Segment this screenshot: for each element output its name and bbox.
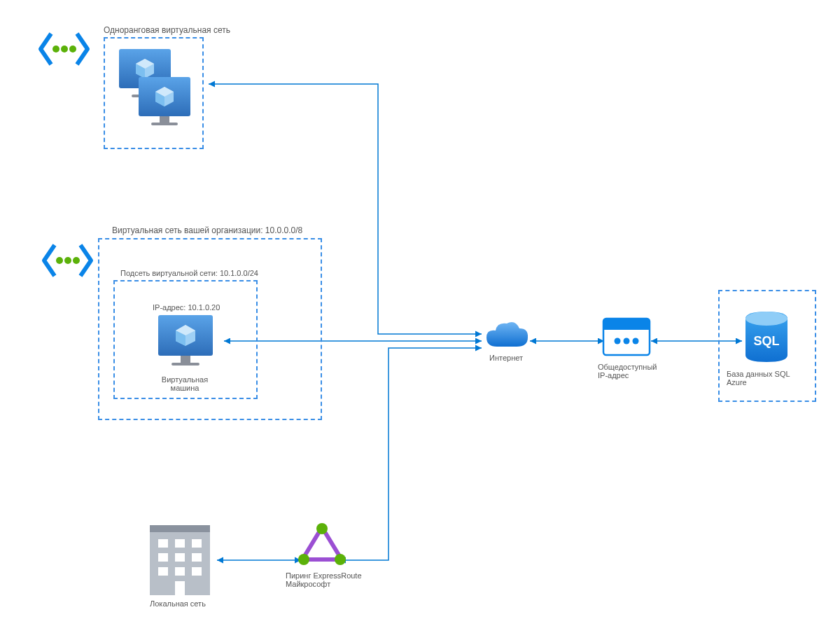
vnet-icon <box>44 245 91 276</box>
svg-rect-40 <box>192 567 202 576</box>
svg-rect-41 <box>175 581 185 595</box>
svg-point-27 <box>316 523 328 534</box>
svg-rect-38 <box>158 567 168 576</box>
peer-vnet-label: Одноранговая виртуальная сеть <box>104 25 230 35</box>
vnet-icon <box>41 34 88 64</box>
svg-rect-21 <box>603 327 650 330</box>
onprem-label: Локальная сеть <box>150 599 213 608</box>
subnet-label: Подсеть виртуальной сети: 10.1.0.0/24 <box>120 269 258 277</box>
svg-point-6 <box>69 46 76 53</box>
ip-label: IP-адрес: 10.1.0.20 <box>153 303 220 312</box>
svg-point-22 <box>615 338 621 345</box>
svg-point-14 <box>64 257 71 264</box>
expressroute-icon <box>298 523 346 565</box>
svg-rect-39 <box>175 567 185 576</box>
svg-point-4 <box>52 46 59 53</box>
svg-rect-31 <box>150 525 210 532</box>
svg-rect-32 <box>158 539 168 548</box>
building-icon <box>150 525 210 595</box>
svg-point-28 <box>335 554 346 565</box>
svg-point-29 <box>298 554 309 565</box>
svg-rect-36 <box>175 553 185 562</box>
public-ip-icon <box>603 319 650 355</box>
cloud-icon <box>486 322 528 347</box>
svg-rect-37 <box>192 553 202 562</box>
public-ip-label: Общедоступный IP-адрес <box>598 363 661 380</box>
peer-vnet-box <box>104 37 204 149</box>
expressroute-label: Пиринг ExpressRoute Майкрософт <box>286 571 377 588</box>
svg-point-15 <box>73 257 80 264</box>
svg-rect-33 <box>175 539 185 548</box>
internet-label: Интернет <box>489 354 523 362</box>
svg-point-23 <box>624 338 630 345</box>
svg-rect-34 <box>192 539 202 548</box>
svg-point-5 <box>61 46 68 53</box>
svg-rect-35 <box>158 553 168 562</box>
vm-label: Виртуальная машина <box>150 375 220 392</box>
org-vnet-label: Виртуальная сеть вашей организации: 10.0… <box>112 225 302 235</box>
svg-point-13 <box>56 257 63 264</box>
sql-label: База данных SQL Azure <box>727 370 811 387</box>
svg-point-24 <box>633 338 639 345</box>
